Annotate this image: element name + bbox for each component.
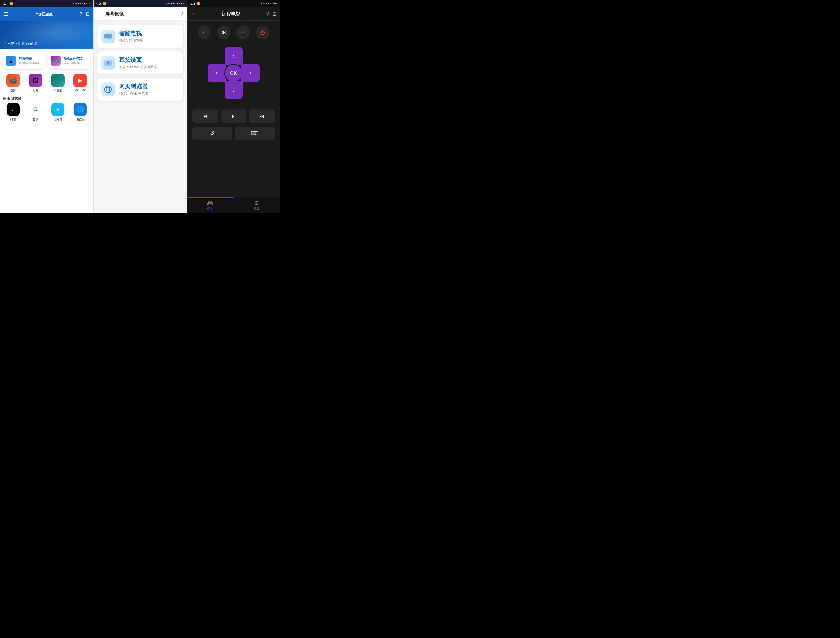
dpad-left-arrow: <	[215, 71, 218, 76]
fast-forward-btn[interactable]: ⏭	[249, 109, 275, 123]
dpad-ok[interactable]: OK	[224, 64, 243, 82]
time-3: 4:04	[189, 2, 195, 5]
tiktok-icon: ♪	[6, 103, 20, 116]
dpad-right[interactable]: >	[242, 64, 259, 82]
screen-mirror-icon: 🖥	[6, 55, 16, 66]
smart-tv-card-icon	[101, 30, 115, 43]
smart-tv-card[interactable]: 智能电视 镜像到智能电视	[97, 25, 183, 48]
web-browser-icon: 🌐	[73, 103, 87, 116]
yocast-header: YoCast ? ⊡	[0, 7, 93, 21]
dpad-down-arrow: ∨	[232, 87, 235, 93]
browser-section-title: 网页浏览器	[0, 94, 93, 103]
browser-vimeo[interactable]: V 维梅奥	[48, 103, 68, 121]
roku-remote-title: Roku遥控器	[63, 56, 84, 61]
direct-mirror-card-icon	[101, 56, 115, 70]
wifi-icon-2: ▾	[177, 2, 178, 5]
cast-icon[interactable]: ⊡	[86, 11, 90, 17]
web-browser-card-icon	[101, 82, 115, 96]
remote-tv-header: ← 远程电视 ? ⊡	[187, 7, 280, 21]
smart-tv-title: 智能电视	[119, 30, 142, 37]
google-label: 谷歌	[33, 117, 38, 121]
screen-mirror-card[interactable]: 🖥 屏幕镜像 复制您的手机屏幕...	[3, 52, 45, 69]
google-icon: G	[29, 103, 42, 116]
browser-google[interactable]: G 谷歌	[25, 103, 46, 121]
dpad-area: ∧ < OK > ∨	[187, 42, 280, 102]
direct-mirror-subtitle: 无需 Miracast 的屏幕共享	[119, 65, 157, 70]
screen-mirror-page-title: 屏幕镜像	[105, 11, 124, 17]
app-video[interactable]: 📹 视频	[3, 74, 23, 92]
panel-yocast: 4:04 📶 5.68 KB/s ▾ 64% YoCast ? ⊡ 在电视上投射…	[0, 0, 93, 213]
browser-tiktok[interactable]: ♪ 抖音	[3, 103, 23, 121]
app-photo[interactable]: 🖼 照片	[25, 74, 46, 92]
web-browser-title: 网页浏览器	[119, 82, 148, 90]
screen-mirror-subtitle: 复制您的手机屏幕...	[19, 62, 41, 65]
direct-mirror-card[interactable]: 直接镜面 无需 Miracast 的屏幕共享	[97, 51, 183, 74]
nav-favorites[interactable]: 🎮 偶俐的	[187, 197, 234, 213]
hamburger-menu[interactable]	[4, 12, 8, 16]
back-button-3[interactable]: ←	[191, 11, 196, 17]
help-icon-3[interactable]: ?	[266, 11, 269, 17]
web-browser-card[interactable]: 网页浏览器 镜像到 Web 浏览器	[97, 78, 183, 101]
time-2: 4:05	[96, 2, 102, 5]
dpad-up[interactable]: ∧	[224, 47, 243, 65]
tiktok-label: 抖音	[10, 117, 16, 121]
favorites-label: 偶俐的	[206, 207, 214, 211]
remote-top-buttons: ← ✱ ⌂ ⏻	[187, 21, 280, 42]
remote-tv-title: 远程电视	[222, 11, 240, 17]
signal-icon-3: 📶	[196, 2, 200, 5]
network-speed-1: 5.68 KB/s	[73, 2, 83, 5]
cast-icon-3[interactable]: ⊡	[273, 11, 276, 17]
app-grid-section: 📹 视频 🖼 照片 🎵 声音的 ▶ YouTube	[0, 71, 93, 94]
app-music[interactable]: 🎵 声音的	[48, 74, 68, 92]
signal-icon-1: 📶	[9, 2, 13, 5]
rewind-btn[interactable]: ⏮	[192, 109, 218, 123]
wifi-icon-1: ▾	[84, 2, 85, 5]
home-remote-btn[interactable]: ⌂	[237, 26, 250, 40]
web-label: 浏览器	[76, 117, 85, 121]
banner-text: 在电视上投射任何内容	[4, 41, 38, 46]
app-youtube[interactable]: ▶ YouTube	[70, 74, 90, 92]
roku-remote-icon: 🎮	[51, 55, 61, 66]
media-controls: ⏮ ⏵ ⏭	[187, 102, 280, 127]
smart-tv-subtitle: 镜像到智能电视	[119, 38, 142, 43]
screen-mirror-header: ← 屏幕镜像 ?	[93, 7, 187, 21]
app-title: YoCast	[35, 11, 53, 17]
help-button-2[interactable]: ?	[180, 11, 183, 17]
help-icon[interactable]: ?	[80, 11, 82, 17]
vimeo-label: 维梅奥	[54, 117, 62, 121]
youtube-icon: ▶	[73, 74, 87, 87]
battery-3: 64%	[273, 2, 278, 5]
signal-icon-2: 📶	[103, 2, 107, 5]
feature-cards: 🖥 屏幕镜像 复制您的手机屏幕... 🎮 Roku遥控器 用手机控制电视...	[0, 49, 93, 71]
panel-remote-tv: 4:04 📶 1.66 KB/s ▾ 64% ← 远程电视 ? ⊡ ← ✱ ⌂ …	[187, 0, 280, 213]
dpad-down[interactable]: ∨	[224, 81, 243, 99]
back-remote-btn[interactable]: ←	[197, 26, 211, 40]
panel-screen-mirror: 4:05 📶 5.68 KB/s ▾ 64% ← 屏幕镜像 ?	[93, 0, 187, 213]
time-1: 4:04	[3, 2, 8, 5]
photo-icon: 🖼	[29, 74, 42, 87]
music-label: 声音的	[54, 89, 62, 92]
asterisk-remote-btn[interactable]: ✱	[217, 26, 231, 40]
dpad-ok-label: OK	[230, 71, 237, 76]
nav-channels[interactable]: ⊞ 渠道	[234, 197, 280, 213]
video-label: 视频	[10, 89, 16, 92]
play-pause-btn[interactable]: ⏵	[221, 109, 246, 123]
favorites-icon: 🎮	[207, 200, 213, 206]
power-remote-btn[interactable]: ⏻	[256, 26, 269, 40]
roku-remote-subtitle: 用手机控制电视...	[63, 62, 84, 65]
dpad-right-arrow: >	[249, 71, 252, 76]
keyboard-btn[interactable]: ⌨	[235, 127, 275, 140]
browser-web[interactable]: 🌐 浏览器	[70, 103, 90, 121]
vimeo-icon: V	[51, 103, 65, 116]
back-button[interactable]: ←	[97, 11, 103, 17]
remote-extra-btns: ↺ ⌨	[187, 127, 280, 144]
dpad-up-arrow: ∧	[232, 54, 235, 59]
replay-btn[interactable]: ↺	[192, 127, 232, 140]
direct-mirror-title: 直接镜面	[119, 56, 157, 64]
dpad: ∧ < OK > ∨	[208, 47, 259, 99]
dpad-left[interactable]: <	[208, 64, 226, 82]
roku-remote-card[interactable]: 🎮 Roku遥控器 用手机控制电视...	[48, 52, 90, 69]
status-bar-2: 4:05 📶 5.68 KB/s ▾ 64%	[93, 0, 187, 7]
svg-rect-1	[104, 34, 112, 38]
app-grid: 📹 视频 🖼 照片 🎵 声音的 ▶ YouTube	[3, 74, 90, 92]
